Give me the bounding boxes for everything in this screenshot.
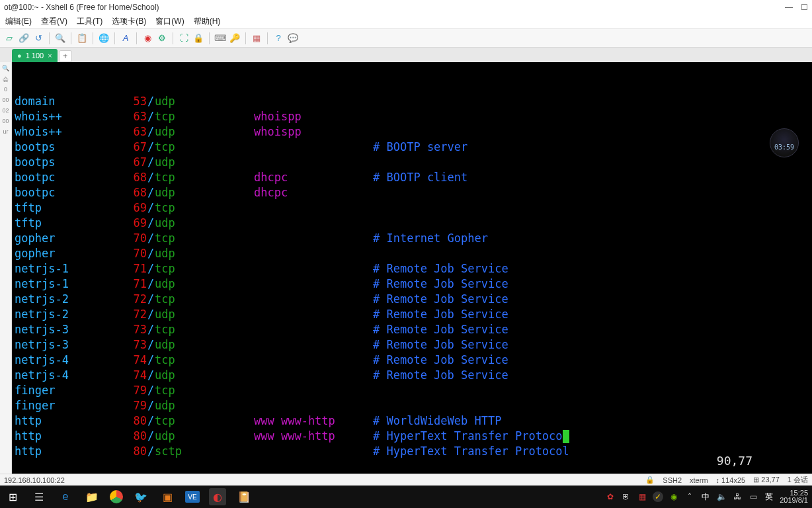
toolbar-separator <box>173 32 173 44</box>
left-sidebar[interactable]: 🔍 会 0 00 02 00 ur <box>0 62 12 474</box>
terminal-line: bootpc68/tcpdhcpc# BOOTP client <box>15 170 809 185</box>
window-minimize-button[interactable]: — <box>785 3 793 12</box>
window-maximize-button[interactable]: ☐ <box>801 3 808 12</box>
menu-help[interactable]: 帮助(H) <box>194 16 221 27</box>
terminal-line: domain53/udp <box>15 94 809 109</box>
toolbar-separator <box>267 32 268 44</box>
status-proto-icon: 🔒 <box>645 476 655 484</box>
ime-en-icon[interactable]: 英 <box>764 491 774 502</box>
link-icon[interactable]: 🔗 <box>19 33 29 44</box>
terminal-line: whois++63/udpwhoispp <box>15 124 809 140</box>
globe-icon[interactable]: 🌐 <box>99 33 109 44</box>
menu-tabs[interactable]: 选项卡(B) <box>112 16 146 27</box>
tab-add-button[interactable]: + <box>59 50 72 62</box>
reconnect-icon[interactable]: ↺ <box>33 33 44 44</box>
terminal-line: netrjs-474/tcp# Remote Job Service <box>15 353 809 368</box>
menu-window[interactable]: 窗口(W) <box>155 16 184 27</box>
toolbar-separator <box>114 32 115 44</box>
session-tab[interactable]: ● 1 100 × <box>12 49 58 62</box>
font-icon[interactable]: A <box>120 33 131 44</box>
sidebar-text: 00 <box>0 118 11 128</box>
terminal-line: finger79/udp <box>15 398 809 413</box>
tab-label: 1 100 <box>26 52 44 60</box>
menu-view[interactable]: 查看(V) <box>41 16 67 27</box>
script-icon[interactable]: ⚙ <box>157 33 167 44</box>
tray-up-icon[interactable]: ˄ <box>684 491 695 502</box>
toolbar-separator <box>71 32 71 44</box>
menu-bar: 编辑(E) 查看(V) 工具(T) 选项卡(B) 窗口(W) 帮助(H) <box>0 15 812 29</box>
tray-icon[interactable]: ▦ <box>637 491 647 502</box>
toolbar-separator <box>49 32 50 44</box>
new-session-icon[interactable]: ▱ <box>4 33 15 44</box>
terminal-line: tftp69/tcp <box>15 200 809 216</box>
chrome-icon[interactable] <box>110 490 123 503</box>
layout-icon[interactable]: ▦ <box>251 33 262 44</box>
window-title: ot@100:~ - Xshell 6 (Free for Home/Schoo… <box>4 3 159 12</box>
fullscreen-icon[interactable]: ⛶ <box>179 33 189 44</box>
key-icon[interactable]: 🔑 <box>229 33 240 44</box>
terminal-view[interactable]: domain53/udpwhois++63/tcpwhoisppwhois++6… <box>12 62 812 474</box>
weibo-icon[interactable]: 🐦 <box>132 488 149 505</box>
lock-icon[interactable]: 🔒 <box>193 33 204 44</box>
terminal-cursor <box>563 430 569 443</box>
menu-tools[interactable]: 工具(T) <box>77 16 102 27</box>
menu-edit[interactable]: 编辑(E) <box>5 16 32 27</box>
terminal-line: netrjs-474/udp# Remote Job Service <box>15 368 809 383</box>
status-address: 192.168.10.100:22 <box>4 476 65 484</box>
terminal-line: whois++63/tcpwhoispp <box>15 109 809 124</box>
vim-cursor-position: 90,77 <box>717 453 752 468</box>
toolbar-separator <box>245 32 246 44</box>
status-sessions: 1 会话 <box>788 475 808 485</box>
vmware-icon[interactable]: ▣ <box>159 488 176 505</box>
vnc-icon[interactable]: VE <box>185 491 200 503</box>
toolbar-separator <box>209 32 210 44</box>
battery-icon[interactable]: ▭ <box>748 491 758 502</box>
notepad-icon[interactable]: 📔 <box>235 488 253 505</box>
tray-icon[interactable]: ✿ <box>605 491 616 502</box>
search-icon[interactable]: 🔍 <box>55 33 65 44</box>
terminal-line: bootpc68/udpdhcpc <box>15 185 809 200</box>
tab-strip: ● 1 100 × + <box>0 48 812 62</box>
shield-icon[interactable]: ⛨ <box>621 491 631 502</box>
terminal-line: bootps67/udp <box>15 155 809 170</box>
nvidia-icon[interactable]: ◉ <box>669 491 679 502</box>
terminal-line: gopher70/tcp# Internet Gopher <box>15 231 809 246</box>
sidebar-glyph: 🔍 <box>0 65 11 75</box>
ime-cn-icon[interactable]: 中 <box>700 491 711 502</box>
toolbar-separator <box>136 32 137 44</box>
terminal-line: netrjs-272/tcp# Remote Job Service <box>15 292 809 307</box>
explorer-icon[interactable]: 📁 <box>83 488 101 505</box>
tab-status-icon: ● <box>17 52 22 60</box>
network-icon[interactable]: 🖧 <box>732 491 743 502</box>
sidebar-text: ur <box>0 128 11 139</box>
terminal-line: http80/udpwww www-http# HyperText Transf… <box>15 429 809 444</box>
sidebar-text: 00 <box>0 97 11 107</box>
taskbar-date: 2019/8/1 <box>780 497 808 504</box>
terminal-line: netrjs-373/tcp# Remote Job Service <box>15 322 809 337</box>
tray-icon[interactable]: ✓ <box>653 491 663 502</box>
taskbar-clock[interactable]: 15:25 2019/8/1 <box>780 489 808 504</box>
window-titlebar: ot@100:~ - Xshell 6 (Free for Home/Schoo… <box>0 0 812 15</box>
status-cursor: ⊞ 23,77 <box>753 476 780 484</box>
terminal-line: gopher70/udp <box>15 246 809 261</box>
work-area: 🔍 会 0 00 02 00 ur domain53/udpwhois++63/… <box>0 62 812 474</box>
tab-close-button[interactable]: × <box>48 52 52 60</box>
clock-overlay: 03:59 <box>770 128 799 157</box>
status-bar: 192.168.10.100:22 🔒 SSH2 xterm ↕ 114x25 … <box>0 474 812 486</box>
terminal-line: netrjs-171/tcp# Remote Job Service <box>15 261 809 276</box>
help-icon[interactable]: ? <box>273 33 284 44</box>
chat-icon[interactable]: 💬 <box>288 33 298 44</box>
start-button[interactable]: ⊞ <box>4 488 21 505</box>
volume-icon[interactable]: 🔈 <box>716 491 727 502</box>
status-winsize: ↕ 114x25 <box>716 476 746 484</box>
taskview-icon[interactable]: ☰ <box>30 488 48 505</box>
keyboard-icon[interactable]: ⌨ <box>215 33 225 44</box>
edge-icon[interactable]: e <box>57 488 74 505</box>
terminal-line: netrjs-272/udp# Remote Job Service <box>15 307 809 322</box>
sidebar-text: 0 <box>0 86 11 97</box>
sidebar-text: 02 <box>0 107 11 118</box>
record-icon[interactable]: ◉ <box>142 33 153 44</box>
terminal-line: tftp69/udp <box>15 216 809 231</box>
paste-icon[interactable]: 📋 <box>77 33 87 44</box>
xshell-icon[interactable]: ◐ <box>209 488 226 505</box>
